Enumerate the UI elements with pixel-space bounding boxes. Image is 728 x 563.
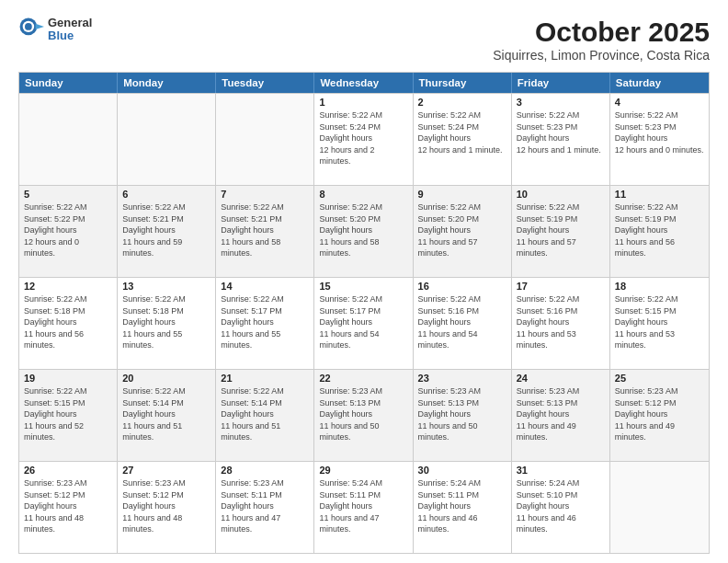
day-number: 20 [122,373,210,384]
day-info: Sunrise: 5:22 AMSunset: 5:16 PMDaylight … [517,293,605,351]
day-number: 24 [517,373,605,384]
calendar-cell: 7Sunrise: 5:22 AMSunset: 5:21 PMDaylight… [216,186,314,277]
calendar-cell [118,94,216,185]
day-number: 13 [122,281,210,292]
day-number: 11 [615,189,704,200]
calendar-cell: 6Sunrise: 5:22 AMSunset: 5:21 PMDaylight… [118,186,216,277]
calendar-cell: 25Sunrise: 5:23 AMSunset: 5:12 PMDayligh… [610,370,709,461]
calendar-cell: 18Sunrise: 5:22 AMSunset: 5:15 PMDayligh… [610,278,709,369]
day-info: Sunrise: 5:22 AMSunset: 5:17 PMDaylight … [221,293,309,351]
day-info: Sunrise: 5:22 AMSunset: 5:22 PMDaylight … [24,201,112,259]
day-number: 10 [517,189,605,200]
calendar-cell: 16Sunrise: 5:22 AMSunset: 5:16 PMDayligh… [414,278,512,369]
location-subtitle: Siquirres, Limon Province, Costa Rica [493,48,710,63]
day-info: Sunrise: 5:22 AMSunset: 5:16 PMDaylight … [418,293,506,351]
day-info: Sunrise: 5:22 AMSunset: 5:18 PMDaylight … [122,293,210,351]
day-info: Sunrise: 5:24 AMSunset: 5:11 PMDaylight … [319,477,407,535]
logo-text: General Blue [48,17,92,43]
day-number: 28 [221,465,309,476]
day-info: Sunrise: 5:24 AMSunset: 5:11 PMDaylight … [418,477,506,535]
calendar-cell [216,94,314,185]
day-info: Sunrise: 5:22 AMSunset: 5:14 PMDaylight … [122,385,210,443]
day-number: 26 [24,465,112,476]
day-number: 1 [319,97,407,108]
calendar-cell: 1Sunrise: 5:22 AMSunset: 5:24 PMDaylight… [314,94,413,185]
calendar-row-1: 5Sunrise: 5:22 AMSunset: 5:22 PMDaylight… [19,185,709,277]
day-info: Sunrise: 5:23 AMSunset: 5:13 PMDaylight … [517,385,605,443]
day-info: Sunrise: 5:22 AMSunset: 5:21 PMDaylight … [221,201,309,259]
day-number: 7 [221,189,309,200]
calendar: SundayMondayTuesdayWednesdayThursdayFrid… [18,72,710,554]
day-info: Sunrise: 5:22 AMSunset: 5:17 PMDaylight … [319,293,407,351]
day-number: 21 [221,373,309,384]
calendar-row-4: 26Sunrise: 5:23 AMSunset: 5:12 PMDayligh… [19,461,709,553]
calendar-cell: 14Sunrise: 5:22 AMSunset: 5:17 PMDayligh… [216,278,314,369]
calendar-cell: 8Sunrise: 5:22 AMSunset: 5:20 PMDaylight… [314,186,413,277]
day-number: 31 [517,465,605,476]
header-day-sunday: Sunday [19,73,118,93]
calendar-cell: 10Sunrise: 5:22 AMSunset: 5:19 PMDayligh… [512,186,610,277]
day-number: 22 [319,373,407,384]
calendar-cell: 24Sunrise: 5:23 AMSunset: 5:13 PMDayligh… [512,370,610,461]
day-info: Sunrise: 5:22 AMSunset: 5:23 PMDaylight … [517,109,605,155]
day-info: Sunrise: 5:22 AMSunset: 5:19 PMDaylight … [517,201,605,259]
day-info: Sunrise: 5:22 AMSunset: 5:14 PMDaylight … [221,385,309,443]
day-info: Sunrise: 5:23 AMSunset: 5:12 PMDaylight … [615,385,704,443]
calendar-row-0: 1Sunrise: 5:22 AMSunset: 5:24 PMDaylight… [19,93,709,185]
day-number: 19 [24,373,112,384]
calendar-row-3: 19Sunrise: 5:22 AMSunset: 5:15 PMDayligh… [19,369,709,461]
calendar-cell: 30Sunrise: 5:24 AMSunset: 5:11 PMDayligh… [414,462,512,553]
day-number: 16 [418,281,506,292]
day-info: Sunrise: 5:22 AMSunset: 5:19 PMDaylight … [615,201,704,259]
page-header: General Blue October 2025 Siquirres, Lim… [18,17,710,63]
day-number: 9 [418,189,506,200]
day-info: Sunrise: 5:23 AMSunset: 5:12 PMDaylight … [122,477,210,535]
logo-blue: Blue [48,29,92,42]
day-info: Sunrise: 5:22 AMSunset: 5:15 PMDaylight … [24,385,112,443]
calendar-cell: 29Sunrise: 5:24 AMSunset: 5:11 PMDayligh… [314,462,413,553]
day-number: 30 [418,465,506,476]
day-number: 14 [221,281,309,292]
calendar-cell: 17Sunrise: 5:22 AMSunset: 5:16 PMDayligh… [512,278,610,369]
calendar-cell: 3Sunrise: 5:22 AMSunset: 5:23 PMDaylight… [512,94,610,185]
day-info: Sunrise: 5:22 AMSunset: 5:21 PMDaylight … [122,201,210,259]
logo: General Blue [18,17,92,43]
header-day-thursday: Thursday [414,73,512,93]
day-info: Sunrise: 5:22 AMSunset: 5:24 PMDaylight … [418,109,506,155]
calendar-row-2: 12Sunrise: 5:22 AMSunset: 5:18 PMDayligh… [19,277,709,369]
day-number: 23 [418,373,506,384]
day-info: Sunrise: 5:24 AMSunset: 5:10 PMDaylight … [517,477,605,535]
calendar-cell: 22Sunrise: 5:23 AMSunset: 5:13 PMDayligh… [314,370,413,461]
day-number: 25 [615,373,704,384]
day-number: 3 [517,97,605,108]
calendar-cell: 11Sunrise: 5:22 AMSunset: 5:19 PMDayligh… [610,186,709,277]
calendar-cell: 20Sunrise: 5:22 AMSunset: 5:14 PMDayligh… [118,370,216,461]
day-number: 8 [319,189,407,200]
day-number: 2 [418,97,506,108]
day-info: Sunrise: 5:22 AMSunset: 5:20 PMDaylight … [319,201,407,259]
title-block: October 2025 Siquirres, Limon Province, … [493,17,710,63]
calendar-body: 1Sunrise: 5:22 AMSunset: 5:24 PMDaylight… [19,93,709,553]
logo-general: General [48,17,92,29]
day-info: Sunrise: 5:22 AMSunset: 5:24 PMDaylight … [319,109,407,167]
calendar-cell: 12Sunrise: 5:22 AMSunset: 5:18 PMDayligh… [19,278,118,369]
day-number: 12 [24,281,112,292]
calendar-cell: 5Sunrise: 5:22 AMSunset: 5:22 PMDaylight… [19,186,118,277]
calendar-cell: 2Sunrise: 5:22 AMSunset: 5:24 PMDaylight… [414,94,512,185]
calendar-cell: 26Sunrise: 5:23 AMSunset: 5:12 PMDayligh… [19,462,118,553]
day-number: 15 [319,281,407,292]
day-info: Sunrise: 5:23 AMSunset: 5:13 PMDaylight … [319,385,407,443]
calendar-cell [610,462,709,553]
header-day-saturday: Saturday [610,73,709,93]
calendar-cell: 4Sunrise: 5:22 AMSunset: 5:23 PMDaylight… [610,94,709,185]
calendar-cell: 23Sunrise: 5:23 AMSunset: 5:13 PMDayligh… [414,370,512,461]
calendar-cell: 28Sunrise: 5:23 AMSunset: 5:11 PMDayligh… [216,462,314,553]
calendar-cell: 15Sunrise: 5:22 AMSunset: 5:17 PMDayligh… [314,278,413,369]
day-info: Sunrise: 5:23 AMSunset: 5:13 PMDaylight … [418,385,506,443]
calendar-header: SundayMondayTuesdayWednesdayThursdayFrid… [19,73,709,93]
day-number: 5 [24,189,112,200]
calendar-cell: 19Sunrise: 5:22 AMSunset: 5:15 PMDayligh… [19,370,118,461]
header-day-friday: Friday [512,73,610,93]
day-info: Sunrise: 5:22 AMSunset: 5:23 PMDaylight … [615,109,704,155]
calendar-cell: 21Sunrise: 5:22 AMSunset: 5:14 PMDayligh… [216,370,314,461]
